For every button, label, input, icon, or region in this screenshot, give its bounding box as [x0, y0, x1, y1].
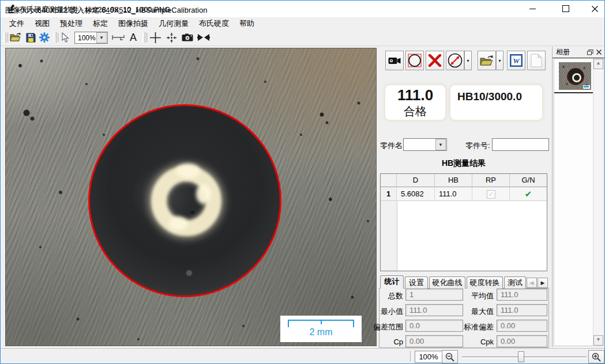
export-word-report-button[interactable]: W	[507, 51, 525, 70]
part-number-input[interactable]	[492, 138, 549, 151]
highlight-blob	[168, 217, 188, 230]
menu-geometry-measure[interactable]: 几何测量	[153, 17, 194, 30]
diameter-measure-icon	[448, 53, 463, 68]
svg-text:W: W	[513, 56, 520, 65]
menu-bar: 文件 视图 预处理 标定 图像拍摄 几何测量 布氏硬度 帮助	[1, 17, 604, 30]
hardness-verdict: 合格	[385, 104, 445, 119]
stat-max-value: 111.0	[497, 304, 547, 316]
cell-d-value[interactable]: 5.6082	[397, 187, 435, 201]
word-icon: W	[509, 54, 523, 67]
menu-file[interactable]: 文件	[4, 17, 29, 30]
album-list[interactable]	[554, 58, 593, 346]
part-name-combobox[interactable]: ▼	[403, 138, 447, 151]
video-stop-tool-button[interactable]	[197, 31, 211, 44]
plus-crosshair-icon	[150, 32, 161, 43]
text-annotation-tool-button[interactable]: A	[126, 31, 140, 44]
capture-video-button[interactable]	[385, 51, 404, 70]
zoom-out-button[interactable]	[442, 350, 458, 363]
table-title: HB测量结果	[380, 158, 547, 169]
album-scrollbar[interactable]: ▲ ▼	[593, 58, 604, 346]
thumbnail-indentation	[567, 68, 584, 85]
open-image-dropdown[interactable]: ▼	[496, 51, 503, 70]
chevron-down-icon: ▼	[498, 59, 502, 63]
part-number-label: 零件号:	[465, 141, 490, 151]
measure-diameter-dropdown[interactable]: ▼	[464, 51, 472, 70]
minimize-button[interactable]	[520, 1, 546, 17]
open-file-tool-button[interactable]	[9, 31, 22, 44]
column-header-rp[interactable]: RP	[472, 174, 510, 187]
zoom-in-button[interactable]	[588, 350, 604, 363]
save-tool-button[interactable]	[24, 31, 37, 44]
menu-view[interactable]: 视图	[29, 17, 55, 30]
delete-measurement-button[interactable]	[426, 51, 444, 70]
close-icon	[592, 6, 598, 12]
album-thumbnail[interactable]	[559, 62, 591, 90]
open-image-button[interactable]	[478, 51, 496, 70]
column-header-gn[interactable]: G/N	[510, 174, 547, 187]
stat-min-label: 最小值	[357, 306, 403, 317]
maximize-button[interactable]	[553, 1, 578, 17]
camera-capture-tool-button[interactable]	[181, 31, 194, 44]
blank-page-icon	[531, 54, 542, 67]
settings-tool-button[interactable]	[37, 31, 51, 44]
album-title: 相册	[553, 47, 587, 57]
tab-settings[interactable]: 设置	[405, 276, 428, 289]
select-cursor-tool-button[interactable]	[58, 31, 72, 44]
hb-results-table[interactable]: D HB RP G/N 1 5.6082 111.0 ✓ ✔	[380, 173, 547, 271]
camcorder-icon	[388, 57, 401, 65]
menu-preprocess[interactable]: 预处理	[55, 17, 88, 30]
toolbar-grip[interactable]	[3, 32, 6, 43]
rp-checkbox[interactable]: ✓	[487, 190, 495, 199]
chevron-down-icon[interactable]: ▼	[96, 32, 107, 43]
red-x-icon	[428, 54, 442, 67]
menu-calibration[interactable]: 标定	[88, 17, 113, 30]
statusbar-divider	[410, 351, 412, 362]
stat-cpk-label: Cpk	[448, 338, 494, 346]
stat-stddev-label: 标准偏差	[440, 322, 494, 332]
cell-rp[interactable]: ✓	[472, 187, 510, 201]
close-panel-icon[interactable]	[596, 50, 602, 55]
column-header-d[interactable]: D	[397, 174, 435, 187]
tab-hardening-curve[interactable]: 硬化曲线	[429, 276, 465, 289]
close-button[interactable]	[582, 1, 605, 17]
center-focus-tool-button[interactable]	[164, 31, 178, 44]
caliper-icon	[112, 35, 125, 40]
tab-hardness-conversion[interactable]: 硬度转换	[467, 276, 503, 289]
zoom-slider-track[interactable]	[462, 357, 587, 359]
menu-image-capture[interactable]: 图像拍摄	[113, 17, 153, 30]
toolbar-grip[interactable]	[142, 32, 145, 43]
row-index[interactable]: 1	[381, 187, 397, 201]
camera-icon	[182, 33, 193, 41]
measure-diameter-button[interactable]	[446, 51, 464, 70]
stat-range-label: 偏差范围	[350, 322, 403, 332]
tab-scroll-right-button[interactable]: ▶	[538, 278, 548, 288]
corner-header	[381, 174, 397, 187]
new-report-button[interactable]	[527, 51, 546, 70]
tab-test[interactable]: 测试	[504, 276, 526, 289]
circle-detect-icon	[408, 54, 422, 67]
app-window: { "window": { "title": "布氏硬度测量软件 - test2…	[0, 0, 605, 364]
zoom-slider-handle[interactable]	[518, 351, 524, 362]
menu-help[interactable]: 帮助	[234, 17, 260, 30]
open-folder-icon	[480, 55, 494, 66]
tab-statistics[interactable]: 统计	[380, 275, 404, 289]
column-header-hb[interactable]: HB	[435, 174, 472, 187]
toolbar-grip[interactable]	[54, 32, 57, 43]
scroll-down-icon[interactable]: ▼	[593, 335, 603, 346]
hardness-value: 111.0	[385, 86, 445, 104]
chevron-down-icon[interactable]: ▼	[435, 139, 446, 150]
zoom-combobox[interactable]: 100% ▼	[74, 32, 108, 44]
thumbnail-scale-bar	[583, 85, 590, 89]
specimen-image-view[interactable]: 2 mm	[5, 48, 377, 346]
tab-scroll-left-button[interactable]: ◀	[527, 278, 537, 288]
cell-hb-value[interactable]: 111.0	[435, 187, 472, 201]
album-header[interactable]: 相册	[553, 47, 604, 58]
scroll-up-icon[interactable]: ▲	[593, 59, 603, 69]
gear-icon	[39, 32, 50, 43]
measure-tool-button[interactable]	[111, 31, 125, 44]
menu-brinell-hardness[interactable]: 布氏硬度	[194, 17, 234, 30]
detect-indentation-button[interactable]	[405, 51, 424, 70]
float-panel-icon[interactable]	[587, 50, 593, 55]
stat-max-label: 最大值	[448, 306, 494, 317]
cross-tool-button[interactable]	[148, 31, 162, 44]
